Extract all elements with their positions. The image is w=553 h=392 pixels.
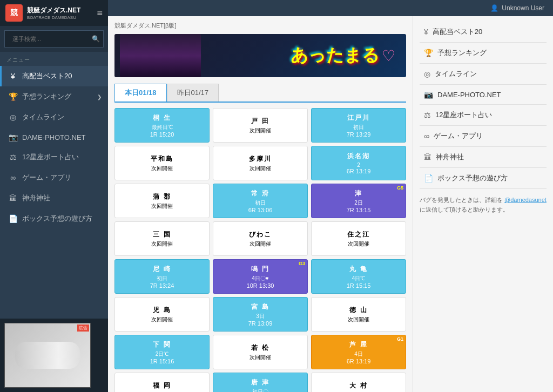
venue-sub: 初日 [353,124,364,131]
sidebar-item-label: 12星座ボート占い [22,152,79,162]
sidebar-search-area: 🔍 [0,26,108,52]
venue-cell[interactable]: 平和島次回開催 [114,146,210,180]
venue-sub: 最終日℃ [152,124,173,131]
venue-name: 尼 崎 [153,265,171,274]
venue-cell[interactable]: 江戸川初日7R 13:29 [311,108,406,143]
logo-main: 競艇ダメダス.NET [27,6,80,15]
sidebar-item-horoscope[interactable]: ⚖ 12星座ボート占い [0,147,108,167]
venue-cell[interactable]: 戸 田次回開催 [213,108,308,143]
venue-sub: 4日 [354,350,363,358]
venue-cell[interactable]: 三 国次回開催 [114,221,210,256]
venue-name: 児 島 [153,306,171,315]
venue-cell[interactable]: 若 松次回開催 [213,335,308,369]
venue-sub: 次回開催 [348,240,369,248]
venue-cell[interactable]: 常 滑初日6R 13:06 [213,184,308,218]
right-panel: ¥ 高配当ベスト20 🏆 予想ランキング ◎ タイムライン 📷 DAME-PHO… [413,16,553,392]
sidebar-item-ranking[interactable]: 🏆 予想ランキング ❯ [0,86,108,107]
venue-sub: 初日 [255,199,266,207]
venue-cell[interactable]: 丸 亀4日℃1R 15:15 [311,259,406,294]
venue-cell[interactable]: 唐 津初日〇10R 13:28 [213,373,308,392]
banner-text: あったまる [291,44,380,67]
trophy-icon: 🏆 [424,49,433,57]
venue-cell[interactable]: 蒲 郡次回開催 [114,184,210,218]
trophy-icon: 🏆 [8,92,18,101]
venue-race: 6R 13:06 [248,207,273,213]
venue-name: 常 滑 [251,189,269,198]
user-avatar-icon: 👤 [490,4,498,12]
sidebar-item-box[interactable]: 📄 ボックス予想の遊び方 [0,208,108,229]
banner: あったまる ♡ [114,34,406,77]
right-nav-horoscope[interactable]: ⚖ 12星座ボート占い [420,105,547,126]
sidebar-item-timeline[interactable]: ◎ タイムライン [0,107,108,127]
logo-text-block: 競艇ダメダス.NET BOATRACE DAMEDASU [27,6,80,20]
venue-cell[interactable]: びわこ次回開催 [213,221,308,256]
venue-name: 徳 山 [349,306,367,315]
venue-cell[interactable]: 大 村次回開催 [311,373,406,392]
venue-sub: 4日〇♥ [252,275,269,282]
venue-cell[interactable]: G3鳴 門4日〇♥10R 13:30 [213,259,308,294]
bug-report-link[interactable]: @damedasunet [504,197,547,203]
tab-yesterday[interactable]: 昨日01/17 [167,84,219,102]
nav-label: タイムライン [435,69,477,79]
venue-cell[interactable]: G1芦 屋4日6R 13:19 [311,335,406,369]
venue-cell[interactable]: 宮 島3日7R 13:09 [213,297,308,332]
sidebar-item-shrine[interactable]: 🏛 神舟神社 [0,188,108,208]
venue-name: 三 国 [153,230,171,239]
bug-report-text: バグを発見したときは、詳細を @damedasunet に返信して頂けると助かり… [420,195,547,214]
venue-name: 戸 田 [251,117,269,126]
venue-cell[interactable]: G5津2日7R 13:15 [311,184,406,218]
content-area: 競艇ダメダス.NET[β版] あったまる ♡ 本日01/18 昨日01/17 桐… [108,16,553,392]
nav-label: ゲーム・アプリ [434,131,483,141]
username-label: Unknown User [502,4,544,12]
venue-cell[interactable]: 多摩川次回開催 [213,146,308,180]
tab-bar: 本日01/18 昨日01/17 [114,84,406,103]
venue-sub: 次回開催 [249,354,271,361]
venue-name: 蒲 郡 [153,192,171,201]
sidebar-item-label: 予想ランキング [22,92,71,102]
venue-cell[interactable]: 住之江次回開催 [311,221,406,256]
right-nav-shrine[interactable]: 🏛 神舟神社 [420,147,547,168]
right-nav-best20[interactable]: ¥ 高配当ベスト20 [420,22,547,43]
venue-name: 宮 島 [251,302,269,312]
right-nav-game[interactable]: ∞ ゲーム・アプリ [420,126,547,147]
right-nav-box[interactable]: 📄 ボックス予想の遊び方 [420,168,547,189]
right-nav-ranking[interactable]: 🏆 予想ランキング [420,43,547,64]
logo-icon: 競 [5,4,23,22]
venue-cell[interactable]: 児 島次回開催 [114,297,210,332]
venue-cell[interactable]: 桐 生最終日℃1R 15:20 [114,108,210,143]
right-nav-photo[interactable]: 📷 DAME-PHOTO.NET [420,85,547,105]
sidebar-item-label: ゲーム・アプリ [22,173,71,183]
venue-name: 津 [355,189,362,198]
scale-icon: ⚖ [424,111,431,119]
search-input[interactable] [8,33,92,45]
sidebar-item-game[interactable]: ∞ ゲーム・アプリ [0,167,108,188]
venue-cell[interactable]: 尼 崎初日7R 13:24 [114,259,210,294]
venue-sub: 次回開催 [151,240,173,248]
hamburger-icon[interactable]: ≡ [97,8,103,19]
sidebar-advertisement: 広告 [0,319,108,392]
grade-badge: G1 [397,336,403,342]
venue-race: 10R 13:30 [247,282,274,289]
sidebar-item-best20[interactable]: ¥ 高配当ベスト20 [0,66,108,86]
camera-icon: 📷 [424,90,433,99]
sidebar-item-label: 高配当ベスト20 [22,71,72,81]
game-icon: ∞ [424,132,429,140]
venue-cell[interactable]: 福 岡次回開催 [114,373,210,392]
right-nav-list: ¥ 高配当ベスト20 🏆 予想ランキング ◎ タイムライン 📷 DAME-PHO… [420,22,547,189]
venue-cell[interactable]: 浜名湖26R 13:19 [311,146,406,180]
right-nav-timeline[interactable]: ◎ タイムライン [420,64,547,85]
venue-cell[interactable]: 徳 山次回開催 [311,297,406,332]
nav-label: 高配当ベスト20 [433,27,482,37]
nav-label: 神舟神社 [436,152,464,162]
tab-today[interactable]: 本日01/18 [114,84,167,102]
yen-icon: ¥ [424,28,428,36]
menu-label: メニュー [0,52,108,66]
venue-sub: 次回開催 [348,316,369,323]
venue-name: 下 関 [153,340,171,349]
sidebar-item-photo[interactable]: 📷 DAME-PHOTO.NET [0,127,108,147]
main-area: 👤 Unknown User 競艇ダメダス.NET[β版] あったまる ♡ 本日… [108,0,553,392]
ad-badge: 広告 [77,325,89,332]
venue-cell[interactable]: 下 関2日℃1R 15:16 [114,335,210,369]
ad-image[interactable]: 広告 [4,323,91,388]
shrine-icon: 🏛 [424,153,431,161]
